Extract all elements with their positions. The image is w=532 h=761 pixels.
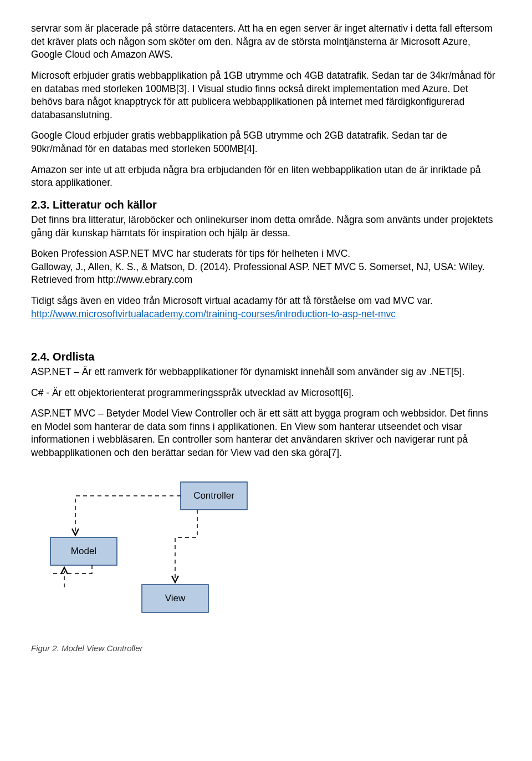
video-reference: Tidigt sågs även en video från Microsoft… <box>31 295 501 321</box>
controller-label: Controller <box>193 490 234 501</box>
ordlista-csharp: C# - Är ett objektorienterat programmeri… <box>31 387 501 400</box>
mvc-diagram-svg: Controller Model View <box>31 476 264 621</box>
edge-controller-to-model <box>75 496 181 532</box>
edge-controller-to-view <box>175 510 197 579</box>
intro-paragraph-4: Amazon ser inte ut att erbjuda några bra… <box>31 164 501 190</box>
intro-paragraph-2: Microsoft erbjuder gratis webbapplikatio… <box>31 69 501 122</box>
intro-paragraph-3: Google Cloud erbjuder gratis webbapplika… <box>31 129 501 155</box>
figure-caption: Figur 2. Model View Controller <box>31 643 501 654</box>
mvc-diagram: Controller Model View <box>31 476 501 621</box>
model-label: Model <box>71 546 96 556</box>
edge-model-return-seg1 <box>52 565 92 574</box>
intro-paragraph-1: servrar som är placerade på större datac… <box>31 22 501 62</box>
view-label: View <box>165 593 186 603</box>
section-2-4-heading: 2.4. Ordlista <box>31 349 501 364</box>
section-2-3-intro: Det finns bra litteratur, läroböcker och… <box>31 214 501 240</box>
ordlista-mvc: ASP.NET MVC – Betyder Model View Control… <box>31 407 501 460</box>
video-link[interactable]: http://www.microsoftvirtualacademy.com/t… <box>31 308 396 319</box>
section-2-3-heading: 2.3. Litteratur och källor <box>31 197 501 212</box>
ordlista-aspnet: ASP.NET – Är ett ramverk för webbapplika… <box>31 366 501 379</box>
book-line-1: Boken Profession ASP.NET MVC har studera… <box>31 248 350 259</box>
book-line-2: Galloway, J., Allen, K. S., & Matson, D.… <box>31 261 485 286</box>
book-reference: Boken Profession ASP.NET MVC har studera… <box>31 247 501 287</box>
video-line: Tidigt sågs även en video från Microsoft… <box>31 295 433 306</box>
